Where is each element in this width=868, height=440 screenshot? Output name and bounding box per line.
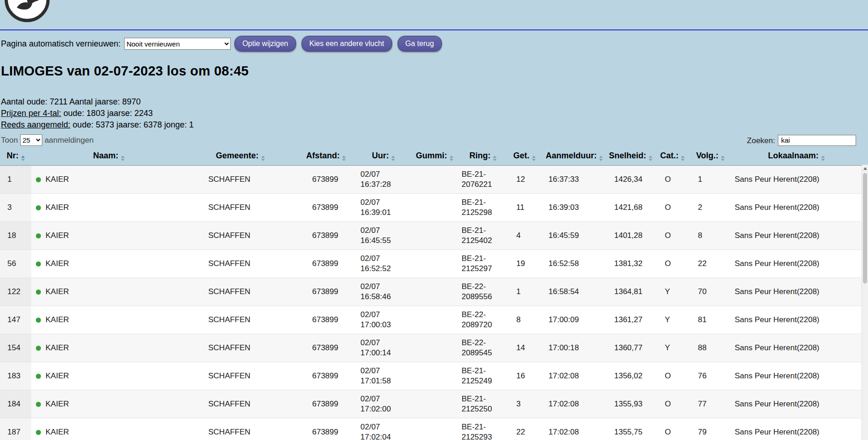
status-dot-icon — [36, 289, 41, 295]
sort-icons — [450, 156, 453, 161]
sort-desc-icon — [21, 159, 25, 161]
choose-other-flight-button[interactable]: Kies een andere vlucht — [302, 36, 392, 52]
cell-volg: 88 — [690, 334, 731, 362]
cell-naam: KAIER — [31, 362, 186, 390]
column-header-snelheid[interactable]: Snelheid: — [606, 149, 655, 166]
cell-get: 4 — [506, 222, 542, 250]
sort-desc-icon — [721, 159, 725, 161]
cell-afstand: 673899 — [294, 390, 358, 418]
cell-lokaalnaam: Sans Peur Herent(2208) — [731, 362, 862, 390]
cell-nr: 3 — [0, 194, 31, 222]
sort-asc-icon — [121, 156, 125, 158]
cell-lokaalnaam: Sans Peur Herent(2208) — [731, 166, 862, 194]
registered-line: Reeds aangemeld: oude: 5373 jaarse: 6378… — [1, 119, 868, 131]
status-dot-icon — [36, 402, 41, 407]
column-label: Get. — [513, 151, 529, 160]
table-row[interactable]: 187KAIERSCHAFFEN67389902/07 17:02:04BE-2… — [0, 418, 862, 440]
search-input[interactable] — [778, 135, 856, 146]
cell-uur: 02/07 16:37:28 — [358, 166, 409, 194]
table-row[interactable]: 147KAIERSCHAFFEN67389902/07 17:00:03BE-2… — [0, 306, 862, 334]
cell-aanmelduur: 16:37:33 — [542, 166, 606, 194]
sort-desc-icon — [121, 159, 125, 161]
column-header-lokaalnaam[interactable]: Lokaalnaam: — [731, 149, 862, 166]
sort-icons — [21, 156, 25, 161]
column-header-volg[interactable]: Volg.: — [690, 149, 731, 166]
cell-ring: BE-21- 2125402 — [460, 222, 506, 250]
cell-get: 22 — [506, 418, 542, 440]
cell-cat: O — [655, 222, 690, 250]
column-header-cat[interactable]: Cat.: — [655, 149, 690, 166]
column-header-aanmelduur[interactable]: Aanmelduur: — [542, 149, 606, 166]
column-label: Lokaalnaam: — [768, 151, 818, 160]
sort-icons — [391, 156, 395, 161]
sort-icons — [261, 156, 265, 161]
cell-snelheid: 1361,27 — [606, 306, 655, 334]
cell-uur: 02/07 16:52:52 — [358, 250, 409, 278]
column-header-naam[interactable]: Naam: — [31, 149, 186, 166]
column-header-gemeente[interactable]: Gemeente: — [186, 149, 294, 166]
cell-afstand: 673899 — [294, 194, 358, 222]
table-row[interactable]: 56KAIERSCHAFFEN67389902/07 16:52:52BE-21… — [0, 250, 862, 278]
table-row[interactable]: 1KAIERSCHAFFEN67389902/07 16:37:28BE-21-… — [0, 166, 862, 194]
table-row[interactable]: 3KAIERSCHAFFEN67389902/07 16:39:01BE-21-… — [0, 194, 862, 222]
cell-uur: 02/07 17:00:03 — [358, 306, 409, 334]
refresh-interval-select[interactable]: Nooit vernieuwen — [124, 38, 231, 50]
sort-icons — [721, 156, 725, 161]
scroll-up-button[interactable] — [862, 165, 868, 172]
refresh-label: Pagina automatisch vernieuwen: — [1, 39, 120, 49]
cell-naam: KAIER — [31, 418, 186, 440]
cell-aanmelduur: 17:00:18 — [542, 334, 606, 362]
cell-nr: 187 — [0, 418, 31, 440]
column-header-get[interactable]: Get. — [506, 149, 542, 166]
cell-gummi — [409, 278, 460, 306]
cell-gummi — [409, 250, 460, 278]
table-row[interactable]: 184KAIERSCHAFFEN67389902/07 17:02:00BE-2… — [0, 390, 862, 418]
column-header-afstand[interactable]: Afstand: — [294, 149, 358, 166]
cell-aanmelduur: 16:58:54 — [542, 278, 606, 306]
cell-nr: 147 — [0, 306, 31, 334]
column-label: Afstand: — [306, 151, 340, 160]
table-row[interactable]: 154KAIERSCHAFFEN67389902/07 17:00:14BE-2… — [0, 334, 862, 362]
status-dot-icon — [36, 430, 41, 435]
column-header-nr[interactable]: Nr: — [0, 149, 31, 166]
scrollbar-thumb[interactable] — [863, 173, 867, 284]
table-row[interactable]: 18KAIERSCHAFFEN67389902/07 16:45:55BE-21… — [0, 222, 862, 250]
change-option-button[interactable]: Optie wijzigen — [234, 36, 296, 52]
cell-get: 16 — [506, 362, 542, 390]
cell-get: 8 — [506, 306, 542, 334]
cell-afstand: 673899 — [294, 278, 358, 306]
cell-gemeente: SCHAFFEN — [186, 194, 294, 222]
cell-naam: KAIER — [31, 166, 186, 194]
cell-cat: Y — [655, 278, 690, 306]
column-label: Gemeente: — [216, 151, 258, 160]
cell-ring: BE-21- 2125250 — [460, 390, 506, 418]
search-label: Zoeken: — [747, 136, 775, 145]
cell-lokaalnaam: Sans Peur Herent(2208) — [731, 306, 862, 334]
go-back-button[interactable]: Ga terug — [398, 36, 442, 52]
cell-lokaalnaam: Sans Peur Herent(2208) — [731, 390, 862, 418]
status-dot-icon — [36, 374, 41, 379]
cell-gummi — [409, 306, 460, 334]
show-entries-prefix: Toon — [1, 136, 18, 145]
scrollbar-track[interactable] — [862, 165, 868, 440]
show-entries-select[interactable]: 25 — [20, 134, 42, 146]
divider-line — [0, 29, 868, 30]
cell-naam: KAIER — [31, 250, 186, 278]
cell-cat: O — [655, 194, 690, 222]
column-header-gummi[interactable]: Gummi: — [409, 149, 460, 166]
sort-desc-icon — [599, 159, 603, 161]
cell-volg: 22 — [690, 250, 731, 278]
sort-asc-icon — [342, 156, 346, 158]
table-row[interactable]: 183KAIERSCHAFFEN67389902/07 17:01:58BE-2… — [0, 362, 862, 390]
table-row[interactable]: 122KAIERSCHAFFEN67389902/07 16:58:46BE-2… — [0, 278, 862, 306]
column-header-ring[interactable]: Ring: — [460, 149, 506, 166]
cell-snelheid: 1355,93 — [606, 390, 655, 418]
cell-ring: BE-21- 2125298 — [460, 194, 506, 222]
cell-get: 11 — [506, 194, 542, 222]
cell-gummi — [409, 390, 460, 418]
column-header-uur[interactable]: Uur: — [358, 149, 409, 166]
cell-snelheid: 1355,75 — [606, 418, 655, 440]
cell-aanmelduur: 16:39:03 — [542, 194, 606, 222]
cell-snelheid: 1401,28 — [606, 222, 655, 250]
club-logo[interactable] — [5, 0, 50, 22]
